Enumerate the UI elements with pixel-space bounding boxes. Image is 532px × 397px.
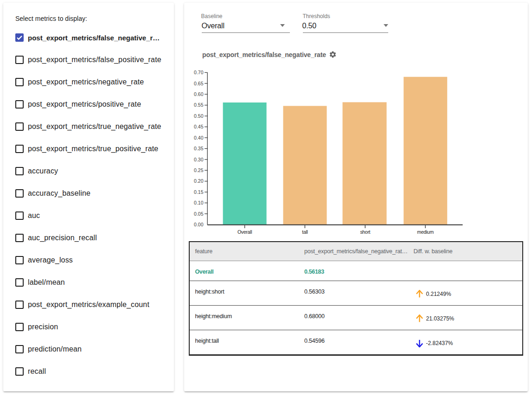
svg-text:0.05: 0.05 xyxy=(194,211,204,217)
svg-text:0.60: 0.60 xyxy=(194,91,204,97)
svg-text:0.10: 0.10 xyxy=(194,200,204,205)
svg-text:0.40: 0.40 xyxy=(194,135,204,141)
svg-text:0.00: 0.00 xyxy=(194,222,204,227)
svg-text:tall: tall xyxy=(302,229,308,235)
svg-text:0.35: 0.35 xyxy=(194,146,204,151)
svg-text:0.45: 0.45 xyxy=(194,124,204,129)
svg-text:medium: medium xyxy=(417,229,434,235)
svg-text:Overall: Overall xyxy=(237,229,252,235)
svg-text:0.30: 0.30 xyxy=(194,157,204,162)
svg-text:0.50: 0.50 xyxy=(194,113,204,119)
svg-text:0.65: 0.65 xyxy=(194,81,204,86)
svg-text:0.25: 0.25 xyxy=(194,167,204,173)
svg-text:0.55: 0.55 xyxy=(194,102,204,108)
svg-text:0.70: 0.70 xyxy=(194,70,204,75)
svg-text:short: short xyxy=(360,229,370,235)
svg-text:0.20: 0.20 xyxy=(194,178,204,184)
svg-text:0.15: 0.15 xyxy=(194,189,204,195)
